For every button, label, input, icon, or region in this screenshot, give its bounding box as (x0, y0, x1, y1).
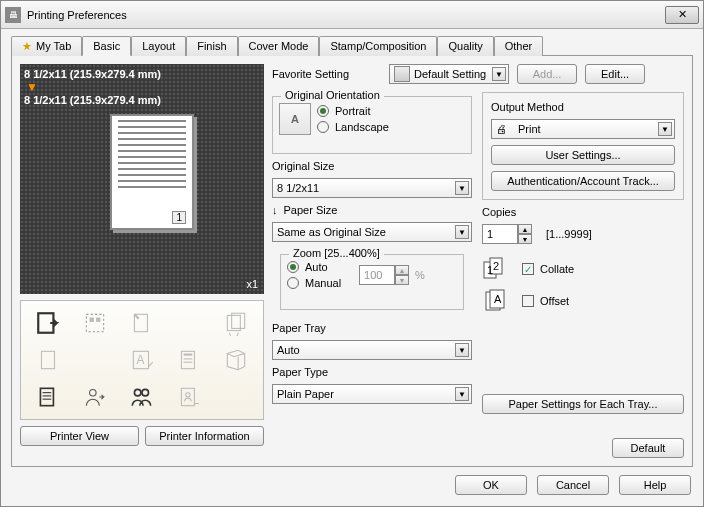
window-title: Printing Preferences (27, 9, 665, 21)
tab-finish[interactable]: Finish (186, 36, 237, 56)
favorite-select[interactable]: Default Setting ▼ (389, 64, 509, 84)
dialog-buttons: OK Cancel Help (1, 467, 703, 503)
left-column: 8 1/2x11 (215.9x279.4 mm) ▼ 8 1/2x11 (21… (20, 64, 264, 458)
page-preview: 8 1/2x11 (215.9x279.4 mm) ▼ 8 1/2x11 (21… (20, 64, 264, 294)
svg-rect-8 (42, 351, 55, 368)
tab-bar: ★My Tab Basic Layout Finish Cover Mode S… (1, 29, 703, 55)
help-button[interactable]: Help (619, 475, 691, 495)
feature-icon-id-print[interactable] (167, 380, 210, 413)
copies-label: Copies (482, 206, 684, 218)
star-icon: ★ (22, 40, 32, 52)
feature-icon-user[interactable] (74, 380, 117, 413)
tab-my-tab[interactable]: ★My Tab (11, 36, 82, 56)
spin-up-icon[interactable]: ▲ (518, 224, 532, 234)
chevron-down-icon: ▼ (658, 122, 672, 136)
svg-text:2: 2 (493, 260, 499, 272)
output-title: Output Method (491, 101, 675, 113)
lock-icon (394, 66, 410, 82)
paper-settings-tray-button[interactable]: Paper Settings for Each Tray... (482, 394, 684, 414)
output-select[interactable]: 🖨 Print ▼ (491, 119, 675, 139)
original-size-label: Original Size (272, 160, 472, 172)
feature-icon-staple[interactable] (121, 307, 164, 340)
paper-size-label: Paper Size (284, 204, 338, 216)
tab-layout[interactable]: Layout (131, 36, 186, 56)
paper-tray-label: Paper Tray (272, 322, 472, 334)
favorite-label: Favorite Setting (272, 68, 349, 80)
zoom-spinner[interactable]: 100 ▲▼ (359, 265, 409, 285)
tab-basic[interactable]: Basic (82, 36, 131, 56)
svg-point-20 (134, 389, 141, 396)
chevron-down-icon: ▼ (455, 181, 469, 195)
preview-size-to: 8 1/2x11 (215.9x279.4 mm) (24, 94, 260, 106)
user-settings-button[interactable]: User Settings... (491, 145, 675, 165)
chevron-down-icon: ▼ (455, 343, 469, 357)
copies-spinner[interactable]: 1 ▲▼ (482, 224, 532, 244)
far-column: Output Method 🖨 Print ▼ User Settings...… (482, 92, 684, 458)
svg-point-23 (186, 392, 190, 396)
ok-button[interactable]: OK (455, 475, 527, 495)
tab-other[interactable]: Other (494, 36, 544, 56)
original-size-select[interactable]: 8 1/2x11▼ (272, 178, 472, 198)
preview-page: 1 (110, 114, 194, 230)
favorite-row: Favorite Setting Default Setting ▼ Add..… (272, 64, 684, 84)
svg-point-19 (90, 389, 97, 396)
default-button[interactable]: Default (612, 438, 684, 458)
preview-size-from: 8 1/2x11 (215.9x279.4 mm) (24, 68, 260, 80)
svg-rect-15 (41, 388, 54, 405)
preview-page-number: 1 (172, 211, 186, 224)
zoom-manual-radio[interactable]: Manual (287, 277, 341, 289)
feature-icon-users[interactable] (121, 380, 164, 413)
chevron-down-icon: ▼ (455, 225, 469, 239)
svg-rect-1 (87, 315, 104, 332)
printer-information-button[interactable]: Printer Information (145, 426, 264, 446)
zoom-group: Zoom [25...400%] Auto Manual 100 ▲▼ (280, 254, 464, 310)
print-icon: 🖨 (496, 123, 514, 135)
tab-stamp-composition[interactable]: Stamp/Composition (319, 36, 437, 56)
feature-icon-form[interactable] (167, 344, 210, 377)
chevron-down-icon: ▼ (455, 387, 469, 401)
favorite-edit-button[interactable]: Edit... (585, 64, 645, 84)
portrait-radio[interactable]: Portrait (317, 105, 389, 117)
svg-rect-2 (90, 318, 94, 322)
tab-cover-mode[interactable]: Cover Mode (238, 36, 320, 56)
copies-range: [1...9999] (546, 228, 592, 240)
printer-icon: 🖶 (5, 7, 21, 23)
svg-line-5 (134, 315, 138, 319)
paper-size-select[interactable]: Same as Original Size▼ (272, 222, 472, 242)
close-button[interactable]: ✕ (665, 6, 699, 24)
titlebar: 🖶 Printing Preferences ✕ (1, 1, 703, 29)
feature-icon-nup[interactable] (74, 307, 117, 340)
zoom-auto-radio[interactable]: Auto (287, 261, 341, 273)
spin-down-icon[interactable]: ▼ (518, 234, 532, 244)
feature-icon-blank[interactable] (27, 344, 70, 377)
feature-icon-book[interactable] (214, 344, 257, 377)
orientation-group: Original Orientation A Portrait Landscap… (272, 96, 472, 154)
svg-text:A: A (494, 293, 502, 305)
paper-type-select[interactable]: Plain Paper▼ (272, 384, 472, 404)
feature-icon-secure-print[interactable] (27, 380, 70, 413)
svg-rect-12 (183, 353, 192, 355)
tab-quality[interactable]: Quality (437, 36, 493, 56)
offset-checkbox[interactable]: Offset (522, 295, 569, 307)
printer-view-button[interactable]: Printer View (20, 426, 139, 446)
feature-icon-grid: A (20, 300, 264, 420)
zoom-pct: % (415, 269, 425, 281)
orientation-title: Original Orientation (281, 89, 384, 101)
spin-up-icon[interactable]: ▲ (395, 265, 409, 275)
feature-icon-watermark[interactable]: A (121, 344, 164, 377)
feature-icon-output[interactable] (27, 307, 70, 340)
chevron-down-icon: ▼ (492, 67, 506, 81)
offset-icon: A (482, 288, 512, 314)
spin-down-icon[interactable]: ▼ (395, 275, 409, 285)
auth-track-button[interactable]: Authentication/Account Track... (491, 171, 675, 191)
landscape-radio[interactable]: Landscape (317, 121, 389, 133)
cancel-button[interactable]: Cancel (537, 475, 609, 495)
feature-icon-duplex[interactable] (214, 307, 257, 340)
favorite-add-button[interactable]: Add... (517, 64, 577, 84)
zoom-title: Zoom [25...400%] (289, 247, 384, 259)
right-column: Favorite Setting Default Setting ▼ Add..… (272, 64, 684, 458)
preview-count: x1 (246, 278, 258, 290)
paper-tray-select[interactable]: Auto▼ (272, 340, 472, 360)
collate-checkbox[interactable]: ✓Collate (522, 263, 574, 275)
printing-preferences-dialog: 🖶 Printing Preferences ✕ ★My Tab Basic L… (0, 0, 704, 507)
